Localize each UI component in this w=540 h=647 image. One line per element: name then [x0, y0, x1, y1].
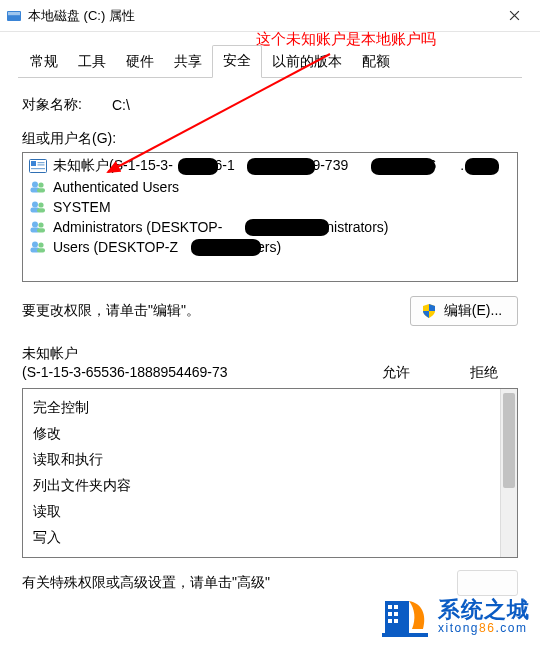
redaction [247, 158, 315, 175]
close-button[interactable] [494, 2, 534, 30]
tab-tools[interactable]: 工具 [68, 47, 116, 78]
advanced-button[interactable]: 高级(V) [457, 570, 518, 596]
perm-item-write[interactable]: 写入 [33, 525, 490, 551]
object-name-label: 对象名称: [22, 96, 82, 114]
edit-hint-row: 要更改权限，请单击"编辑"。 编辑(E)... [22, 296, 518, 326]
svg-rect-23 [37, 248, 45, 252]
svg-point-20 [32, 242, 38, 248]
edit-button[interactable]: 编辑(E)... [410, 296, 518, 326]
list-item-administrators[interactable]: Administrators (DESKTOP-Administrators) [23, 217, 517, 237]
svg-rect-19 [37, 228, 45, 232]
perm-item-read[interactable]: 读取 [33, 499, 490, 525]
redaction [191, 239, 261, 256]
window-title: 本地磁盘 (C:) 属性 [28, 7, 494, 25]
svg-point-8 [32, 182, 38, 188]
scrollbar[interactable] [500, 389, 517, 557]
list-item-system[interactable]: SYSTEM [23, 197, 517, 217]
svg-rect-31 [382, 633, 428, 637]
redaction [371, 158, 435, 175]
perm-account-name: 未知帐户 [22, 344, 227, 363]
tab-quota[interactable]: 配额 [352, 47, 400, 78]
redaction [178, 158, 218, 175]
tab-hardware[interactable]: 硬件 [116, 47, 164, 78]
svg-rect-6 [38, 164, 45, 165]
id-card-icon [29, 158, 47, 174]
svg-rect-5 [38, 162, 45, 163]
users-icon [29, 239, 47, 255]
list-item-text: Authenticated Users [53, 179, 179, 195]
column-allow: 允许 [382, 364, 410, 382]
list-item-users[interactable]: Users (DESKTOP-Z\Users) [23, 237, 517, 257]
svg-rect-27 [388, 612, 392, 616]
list-item-authenticated-users[interactable]: Authenticated Users [23, 177, 517, 197]
groups-listbox[interactable]: 未知帐户(S-1-15-3-36-1469-739-166... Authent… [22, 152, 518, 282]
svg-rect-29 [388, 619, 392, 623]
tab-content: 对象名称: C:\ 组或用户名(G): 未知帐户(S-1-15-3-36-146… [0, 78, 540, 596]
svg-point-21 [38, 242, 43, 247]
watermark-cn: 系统之城 [438, 599, 530, 621]
watermark: 系统之城 xitong86.com [382, 595, 530, 639]
svg-point-13 [38, 202, 43, 207]
redaction [465, 158, 499, 175]
users-icon [29, 199, 47, 215]
svg-point-9 [38, 182, 43, 187]
perm-item-modify[interactable]: 修改 [33, 421, 490, 447]
svg-point-12 [32, 202, 38, 208]
svg-rect-7 [31, 168, 45, 169]
svg-rect-26 [394, 605, 398, 609]
tab-general[interactable]: 常规 [20, 47, 68, 78]
perm-item-read-execute[interactable]: 读取和执行 [33, 447, 490, 473]
advanced-row: 有关特殊权限或高级设置，请单击"高级" 高级(V) [22, 570, 518, 596]
edit-button-label: 编辑(E)... [444, 302, 502, 320]
scrollbar-thumb[interactable] [503, 393, 515, 488]
edit-hint: 要更改权限，请单击"编辑"。 [22, 302, 200, 320]
svg-rect-11 [37, 188, 45, 192]
list-item-unknown-account[interactable]: 未知帐户(S-1-15-3-36-1469-739-166... [23, 155, 517, 177]
watermark-logo-icon [382, 595, 428, 639]
svg-rect-15 [37, 208, 45, 212]
svg-point-16 [32, 222, 38, 228]
users-icon [29, 219, 47, 235]
permissions-listbox[interactable]: 完全控制 修改 读取和执行 列出文件夹内容 读取 写入 [22, 388, 518, 558]
perm-item-full-control[interactable]: 完全控制 [33, 395, 490, 421]
svg-rect-30 [394, 619, 398, 623]
svg-point-17 [38, 222, 43, 227]
watermark-text: 系统之城 xitong86.com [438, 599, 530, 635]
object-name-value: C:\ [112, 97, 130, 113]
users-icon [29, 179, 47, 195]
permissions-header: 未知帐户 (S-1-15-3-65536-1888954469-73 允许 拒绝 [22, 344, 518, 382]
advanced-hint: 有关特殊权限或高级设置，请单击"高级" [22, 574, 270, 592]
svg-rect-25 [388, 605, 392, 609]
svg-rect-1 [8, 12, 20, 15]
groups-label: 组或用户名(G): [22, 130, 518, 148]
tab-security[interactable]: 安全 [212, 45, 262, 78]
object-name-row: 对象名称: C:\ [22, 96, 518, 114]
tab-strip: 常规 工具 硬件 共享 安全 以前的版本 配额 [0, 46, 540, 78]
tab-sharing[interactable]: 共享 [164, 47, 212, 78]
list-item-text: Administrators (DESKTOP-Administrators) [53, 219, 388, 235]
watermark-en: xitong86.com [438, 621, 530, 635]
column-deny: 拒绝 [470, 364, 498, 382]
shield-icon [422, 304, 436, 318]
svg-rect-4 [31, 161, 36, 166]
titlebar: 本地磁盘 (C:) 属性 [0, 0, 540, 32]
tab-previous-versions[interactable]: 以前的版本 [262, 47, 352, 78]
list-item-text: SYSTEM [53, 199, 111, 215]
perm-item-list-folder[interactable]: 列出文件夹内容 [33, 473, 490, 499]
drive-icon [6, 8, 22, 24]
perm-account-sid: (S-1-15-3-65536-1888954469-73 [22, 363, 227, 382]
redaction [245, 219, 329, 236]
svg-rect-28 [394, 612, 398, 616]
